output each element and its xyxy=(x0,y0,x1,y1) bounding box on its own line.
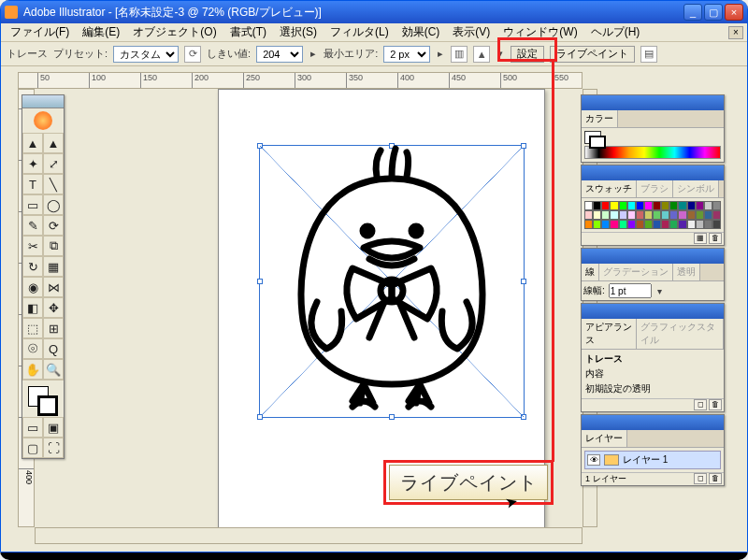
tool-8[interactable]: ✎ xyxy=(22,215,43,236)
menu-window[interactable]: ウィンドウ(W) xyxy=(497,22,583,42)
swatch-cell[interactable] xyxy=(584,210,593,220)
tool-16[interactable]: ◧ xyxy=(22,297,43,318)
tab-color[interactable]: カラー xyxy=(582,110,618,127)
panel-grip[interactable] xyxy=(582,249,724,264)
layer-row[interactable]: 👁 レイヤー 1 xyxy=(584,451,721,469)
screen-mode4-button[interactable]: ⛶ xyxy=(43,438,64,458)
livepaint-button[interactable]: ライブペイント xyxy=(550,46,635,63)
swatch-cell[interactable] xyxy=(678,220,686,229)
swatch-cell[interactable] xyxy=(636,201,644,210)
delete-swatch-button[interactable]: 🗑 xyxy=(709,233,722,244)
swatch-cell[interactable] xyxy=(584,220,593,229)
swatch-cell[interactable] xyxy=(678,201,686,210)
tool-2[interactable]: ✦ xyxy=(22,153,43,174)
swatch-cell[interactable] xyxy=(687,210,696,220)
swatch-cell[interactable] xyxy=(653,220,661,229)
minarea-select[interactable]: 2 px xyxy=(383,46,430,63)
panel-grip[interactable] xyxy=(582,304,724,319)
swatch-cell[interactable] xyxy=(627,220,636,229)
mini-fillstroke-icon[interactable] xyxy=(584,131,601,144)
dropdown-icon[interactable]: ▾ xyxy=(496,48,505,60)
swatch-cell[interactable] xyxy=(653,201,661,210)
swatch-cell[interactable] xyxy=(704,220,712,229)
tool-15[interactable]: ⋈ xyxy=(43,277,64,297)
layer-name[interactable]: レイヤー 1 xyxy=(623,453,668,467)
swatch-cell[interactable] xyxy=(610,201,618,210)
new-swatch-button[interactable]: ▦ xyxy=(694,233,707,244)
tool-3[interactable]: ⤢ xyxy=(43,153,64,174)
swatch-cell[interactable] xyxy=(644,220,653,229)
expand-icon[interactable]: ▤ xyxy=(640,46,657,63)
swatch-cell[interactable] xyxy=(593,210,601,220)
tab-stroke[interactable]: 線 xyxy=(582,264,599,280)
tool-14[interactable]: ◉ xyxy=(22,277,43,297)
tool-7[interactable]: ◯ xyxy=(43,194,64,215)
swatch-cell[interactable] xyxy=(619,201,627,210)
swatch-cell[interactable] xyxy=(610,220,618,229)
swatch-cell[interactable] xyxy=(644,201,653,210)
tab-symbols[interactable]: シンボル xyxy=(673,180,719,197)
swatch-cell[interactable] xyxy=(627,210,636,220)
swatch-cell[interactable] xyxy=(610,210,618,220)
swatch-cell[interactable] xyxy=(619,210,627,220)
swatch-cell[interactable] xyxy=(636,220,644,229)
tool-19[interactable]: ⊞ xyxy=(43,318,64,338)
swatch-cell[interactable] xyxy=(593,201,601,210)
menu-type[interactable]: 書式(T) xyxy=(224,22,272,42)
swatch-cell[interactable] xyxy=(712,210,721,220)
delete-layer-button[interactable]: 🗑 xyxy=(709,473,722,484)
tab-appearance[interactable]: アピアランス xyxy=(582,319,637,349)
panel-grip[interactable] xyxy=(582,165,724,180)
tool-20[interactable]: ⦾ xyxy=(22,338,43,359)
new-layer-button[interactable]: ◻ xyxy=(694,473,707,484)
preview-icon[interactable]: ▥ xyxy=(451,46,468,63)
swatch-cell[interactable] xyxy=(593,220,601,229)
swatch-cell[interactable] xyxy=(601,220,610,229)
visibility-toggle[interactable]: 👁 xyxy=(587,454,600,466)
swatch-cell[interactable] xyxy=(653,210,661,220)
swatch-cell[interactable] xyxy=(696,210,704,220)
preset-select[interactable]: カスタム xyxy=(113,46,179,63)
tool-23[interactable]: 🔍 xyxy=(43,359,64,380)
swatch-grid[interactable] xyxy=(584,201,721,229)
swatch-cell[interactable] xyxy=(712,201,721,210)
refresh-icon[interactable]: ⟳ xyxy=(184,46,201,63)
swatch-cell[interactable] xyxy=(644,210,653,220)
tool-12[interactable]: ↻ xyxy=(22,256,43,277)
screen-mode3-button[interactable]: ▢ xyxy=(22,438,43,458)
swatch-cell[interactable] xyxy=(687,220,696,229)
screen-mode-button[interactable]: ▭ xyxy=(22,417,43,438)
dropdown-icon[interactable]: ▾ xyxy=(655,286,665,296)
screen-mode2-button[interactable]: ▣ xyxy=(43,417,64,438)
tool-9[interactable]: ⟳ xyxy=(43,215,64,236)
swatch-cell[interactable] xyxy=(661,201,669,210)
swatch-cell[interactable] xyxy=(669,220,678,229)
toolbox-grip[interactable] xyxy=(22,95,64,108)
swatch-cell[interactable] xyxy=(601,210,610,220)
close-button[interactable]: × xyxy=(725,4,743,21)
tool-17[interactable]: ✥ xyxy=(43,297,64,318)
menu-file[interactable]: ファイル(F) xyxy=(5,22,75,42)
swatch-cell[interactable] xyxy=(669,201,678,210)
menu-select[interactable]: 選択(S) xyxy=(274,22,323,42)
swatch-cell[interactable] xyxy=(584,201,593,210)
tab-brushes[interactable]: ブラシ xyxy=(637,180,673,197)
swatch-cell[interactable] xyxy=(627,201,636,210)
tab-transparency[interactable]: 透明 xyxy=(673,264,700,280)
tool-0[interactable]: ▲ xyxy=(22,133,43,153)
swatch-cell[interactable] xyxy=(601,201,610,210)
tool-4[interactable]: T xyxy=(22,174,43,194)
tool-10[interactable]: ✂ xyxy=(22,236,43,256)
swatch-cell[interactable] xyxy=(669,210,678,220)
swatch-cell[interactable] xyxy=(687,201,696,210)
tab-layers[interactable]: レイヤー xyxy=(582,430,627,447)
tab-graphicstyles[interactable]: グラフィックスタイル xyxy=(637,319,724,349)
trace-settings-button[interactable]: 設定 xyxy=(511,46,544,63)
swatch-cell[interactable] xyxy=(661,210,669,220)
panel-grip[interactable] xyxy=(582,95,724,110)
menu-help[interactable]: ヘルプ(H) xyxy=(585,22,646,42)
tool-21[interactable]: Q xyxy=(43,338,64,359)
menu-view[interactable]: 表示(V) xyxy=(447,22,496,42)
close-doc-button[interactable]: × xyxy=(728,26,743,39)
swatch-cell[interactable] xyxy=(678,210,686,220)
